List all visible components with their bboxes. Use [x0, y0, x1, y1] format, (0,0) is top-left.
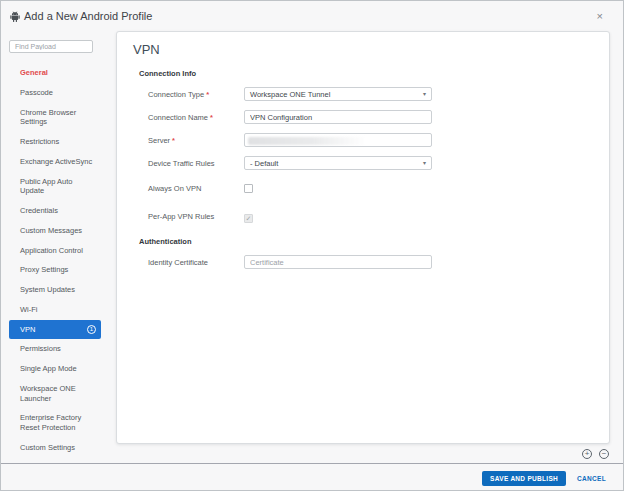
remove-version-icon[interactable]: − [599, 449, 609, 459]
sidebar-item-wifi[interactable]: Wi-Fi [9, 300, 101, 320]
sidebar-item-credentials[interactable]: Credentials [9, 201, 101, 221]
connection-type-row: Connection Type* Workspace ONE Tunnel ▾ [148, 87, 609, 101]
server-label: Server* [148, 136, 244, 145]
add-version-icon[interactable]: + [582, 449, 592, 459]
sidebar-item-custom-messages[interactable]: Custom Messages [9, 221, 101, 241]
required-asterisk: * [206, 90, 209, 99]
save-and-publish-button[interactable]: SAVE AND PUBLISH [482, 471, 566, 486]
sidebar-item-exchange-activesync[interactable]: Exchange ActiveSync [9, 152, 101, 172]
always-on-vpn-checkbox[interactable] [244, 184, 253, 193]
sidebar-item-enterprise-factory-reset-protection[interactable]: Enterprise Factory Reset Protection [9, 408, 101, 438]
version-controls: + − [582, 449, 609, 459]
search-input[interactable] [9, 40, 93, 53]
device-traffic-rules-row: Device Traffic Rules - Default ▾ [148, 156, 609, 170]
sidebar-item-single-app-mode[interactable]: Single App Mode [9, 359, 101, 379]
add-android-profile-dialog: Add a New Android Profile × General Pass… [0, 0, 624, 491]
dialog-title-row: Add a New Android Profile [10, 10, 152, 22]
sidebar-item-permissions[interactable]: Permissions [9, 339, 101, 359]
identity-certificate-label: Identity Certificate [148, 258, 244, 267]
sidebar-item-application-control[interactable]: Application Control [9, 241, 101, 261]
chevron-down-icon: ▾ [423, 91, 426, 97]
required-asterisk: * [172, 136, 175, 145]
required-asterisk: * [210, 113, 213, 122]
sidebar-item-vpn[interactable]: VPN 1 [9, 320, 101, 340]
close-icon[interactable]: × [597, 11, 603, 22]
per-app-vpn-rules-label: Per-App VPN Rules [148, 212, 244, 221]
vpn-settings-panel: VPN Connection Info Connection Type* Wor… [116, 31, 610, 444]
sidebar-item-general[interactable]: General [9, 63, 101, 83]
sidebar-item-vpn-label: VPN [20, 325, 35, 335]
payload-list: General Passcode Chrome Browser Settings… [9, 63, 101, 458]
per-app-vpn-rules-row: Per-App VPN Rules ✓ [148, 207, 609, 225]
sidebar-item-public-app-auto-update[interactable]: Public App Auto Update [9, 172, 101, 202]
device-traffic-rules-value: - Default [250, 159, 278, 168]
redacted-server-value [248, 137, 366, 145]
connection-type-label: Connection Type* [148, 90, 244, 99]
sidebar-item-chrome-browser-settings[interactable]: Chrome Browser Settings [9, 103, 101, 133]
connection-type-value: Workspace ONE Tunnel [250, 90, 330, 99]
device-traffic-rules-select[interactable]: - Default ▾ [244, 156, 432, 170]
vpn-count-badge: 1 [87, 325, 96, 334]
authentication-form: Identity Certificate [148, 255, 609, 269]
server-input[interactable] [244, 133, 432, 147]
payload-sidebar: General Passcode Chrome Browser Settings… [9, 35, 109, 458]
dialog-title: Add a New Android Profile [24, 10, 152, 22]
sidebar-item-proxy-settings[interactable]: Proxy Settings [9, 260, 101, 280]
footer-actions: SAVE AND PUBLISH CANCEL [482, 469, 606, 487]
server-row: Server* [148, 133, 609, 147]
sidebar-item-restrictions[interactable]: Restrictions [9, 132, 101, 152]
connection-name-label: Connection Name* [148, 113, 244, 122]
footer-divider [1, 463, 623, 464]
sidebar-item-workspace-one-launcher[interactable]: Workspace ONE Launcher [9, 379, 101, 409]
always-on-vpn-label: Always On VPN [148, 184, 244, 193]
connection-name-input[interactable] [244, 110, 432, 124]
sidebar-item-system-updates[interactable]: System Updates [9, 280, 101, 300]
connection-name-row: Connection Name* [148, 110, 609, 124]
android-icon [10, 11, 20, 22]
identity-certificate-input[interactable] [244, 255, 432, 269]
sidebar-item-passcode[interactable]: Passcode [9, 83, 101, 103]
connection-type-select[interactable]: Workspace ONE Tunnel ▾ [244, 87, 432, 101]
page-title: VPN [133, 42, 609, 57]
identity-certificate-row: Identity Certificate [148, 255, 609, 269]
per-app-vpn-rules-checkbox: ✓ [244, 214, 253, 223]
cancel-button[interactable]: CANCEL [577, 475, 606, 482]
sidebar-item-custom-settings[interactable]: Custom Settings [9, 438, 101, 458]
section-authentication: Authentication [139, 237, 609, 246]
connection-info-form: Connection Type* Workspace ONE Tunnel ▾ … [148, 87, 609, 225]
section-connection-info: Connection Info [139, 69, 609, 78]
chevron-down-icon: ▾ [423, 160, 426, 166]
device-traffic-rules-label: Device Traffic Rules [148, 159, 244, 168]
always-on-vpn-row: Always On VPN [148, 179, 609, 197]
